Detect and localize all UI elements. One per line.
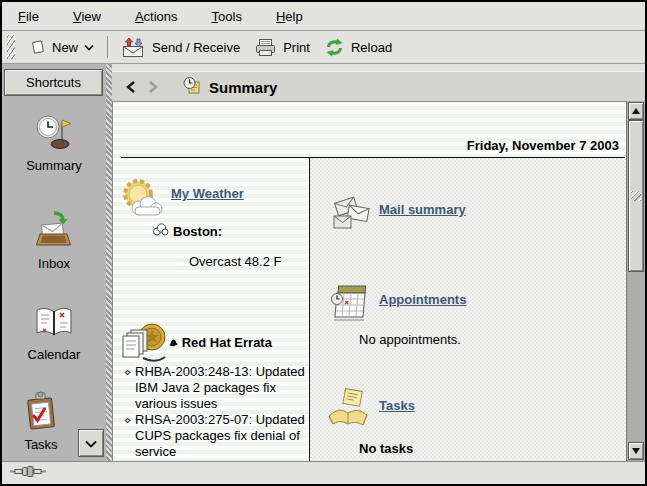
errata-item[interactable]: RHBA-2003:248-13: Updated IBM Java 2 pac…	[135, 364, 317, 412]
chevron-down-icon	[84, 44, 94, 51]
tasks-link[interactable]: Tasks	[379, 398, 415, 413]
menu-item-view[interactable]: View	[69, 7, 105, 26]
envelopes-icon	[331, 192, 375, 237]
send-receive-label: Send / Receive	[152, 40, 240, 55]
header-rule	[121, 157, 625, 158]
status-bar	[2, 461, 645, 484]
shortcut-bar: Shortcuts Summary	[2, 64, 107, 461]
sun-cloud-icon	[121, 178, 165, 223]
summary-folder-icon	[182, 76, 201, 99]
sidebar-item-label: Summary	[26, 158, 82, 173]
scroll-down-button[interactable]	[628, 442, 644, 460]
print-button[interactable]: Print	[247, 35, 317, 60]
errata-title: Red Hat Errata	[182, 335, 272, 350]
errata-list: RHBA-2003:248-13: Updated IBM Java 2 pac…	[123, 364, 317, 460]
forward-button[interactable]	[144, 78, 162, 96]
sticky-notes-icon	[325, 386, 371, 433]
inbox-tray-icon	[34, 210, 74, 250]
desk-calendar-icon	[329, 282, 371, 327]
my-weather-link[interactable]: My Weather	[171, 186, 244, 201]
appointments-empty-text: No appointments.	[359, 332, 461, 347]
shortcuts-group-button[interactable]: Shortcuts	[4, 69, 103, 96]
mail-summary-link[interactable]: Mail summary	[379, 202, 466, 217]
reload-button[interactable]: Reload	[317, 35, 399, 60]
menu-bar: File View Actions Tools Help	[2, 2, 645, 31]
open-book-icon	[33, 301, 75, 341]
sidebar-item-label: Tasks	[24, 437, 57, 452]
arrow-up-icon	[632, 108, 640, 114]
menu-item-tools[interactable]: Tools	[208, 7, 246, 26]
sidebar-item-calendar[interactable]: Calendar	[2, 301, 106, 362]
cable-connector-icon[interactable]	[10, 464, 46, 482]
new-note-icon	[30, 39, 46, 55]
clock-flag-icon	[34, 112, 74, 152]
errata-item[interactable]: RHSA-2003:275-07: Updated CUPS packages …	[135, 412, 317, 460]
send-receive-button[interactable]: Send / Receive	[114, 34, 247, 61]
evolution-window: File View Actions Tools Help New	[0, 0, 647, 486]
thumb-grip-icon	[631, 191, 641, 201]
weather-condition: Overcast 48.2 F	[189, 254, 281, 269]
red-hat-icon	[169, 336, 178, 351]
weather-location: Boston:	[173, 224, 222, 239]
chevron-down-icon	[85, 434, 97, 452]
shortcuts-group-label: Shortcuts	[26, 75, 81, 90]
sidebar-item-inbox[interactable]: Inbox	[2, 210, 106, 271]
vertical-scrollbar[interactable]	[626, 101, 645, 461]
menu-item-actions[interactable]: Actions	[131, 7, 182, 26]
sidebar-item-tasks[interactable]: Tasks	[2, 391, 80, 452]
clipboard-check-icon	[22, 391, 60, 431]
printer-icon	[254, 38, 277, 57]
menu-item-help[interactable]: Help	[272, 7, 307, 26]
errata-heading-row: Red Hat Errata	[169, 335, 272, 351]
toolbar-separator	[107, 36, 108, 58]
scroll-up-button[interactable]	[628, 102, 644, 120]
reload-arrows-icon	[324, 38, 345, 57]
tasks-empty-text: No tasks	[359, 441, 413, 456]
back-button[interactable]	[122, 78, 140, 96]
sidebar-item-label: Inbox	[38, 256, 70, 271]
reload-label: Reload	[351, 40, 392, 55]
print-label: Print	[283, 40, 310, 55]
send-receive-envelope-icon	[121, 37, 146, 58]
shortcuts-scroll-down-button[interactable]	[78, 429, 104, 457]
arrow-down-icon	[632, 448, 640, 454]
date-heading: Friday, November 7 2003	[467, 138, 619, 153]
folder-header: Summary	[112, 71, 645, 103]
small-cloud-icon	[151, 222, 170, 240]
toolbar: New Send / Receive	[2, 31, 645, 64]
folder-title: Summary	[209, 79, 277, 96]
scrollbar-thumb[interactable]	[628, 120, 644, 272]
menu-item-file[interactable]: File	[14, 7, 43, 26]
sidebar-item-label: Calendar	[28, 347, 81, 362]
summary-view: Friday, November 7 2003 My Weather	[112, 101, 627, 461]
new-button[interactable]: New	[23, 36, 101, 58]
toolbar-grip[interactable]	[7, 35, 15, 59]
sidebar-item-summary[interactable]: Summary	[2, 112, 106, 173]
new-button-label: New	[52, 40, 78, 55]
appointments-link[interactable]: Appointments	[379, 292, 466, 307]
